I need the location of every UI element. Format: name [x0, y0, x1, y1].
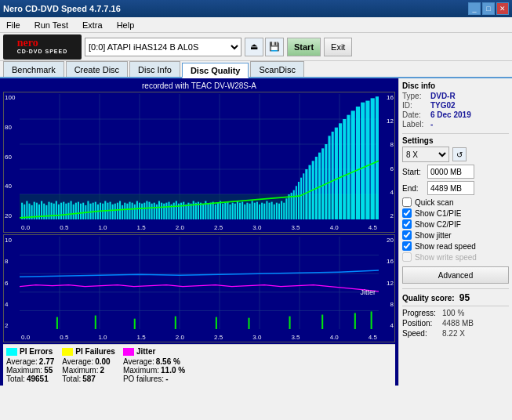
- po-failures-row: PO failures: -: [123, 375, 185, 383]
- drive-selector[interactable]: [0:0] ATAPI iHAS124 B AL0S: [85, 38, 241, 56]
- tab-discinfo[interactable]: Disc Info: [129, 61, 180, 77]
- svg-rect-35: [75, 203, 77, 219]
- progress-value: 100 %: [442, 309, 464, 317]
- svg-rect-82: [191, 204, 192, 219]
- svg-rect-27: [56, 201, 57, 219]
- showwritespeed-row: Show write speed: [402, 252, 509, 262]
- exit-button[interactable]: Exit: [324, 38, 352, 56]
- menu-runtest[interactable]: Run Test: [31, 19, 71, 31]
- y2-left-8: 8: [5, 258, 12, 265]
- svg-rect-72: [165, 203, 167, 219]
- svg-rect-96: [224, 203, 226, 219]
- y-label-60: 60: [5, 154, 15, 161]
- svg-rect-98: [230, 205, 231, 219]
- svg-rect-141: [347, 115, 350, 219]
- tab-scandisc[interactable]: ScanDisc: [250, 61, 303, 77]
- svg-rect-50: [112, 205, 114, 219]
- chart-area: recorded with TEAC DV-W28S-A 100 80 60 4…: [0, 78, 398, 386]
- svg-rect-128: [303, 173, 304, 219]
- showc1pie-row[interactable]: Show C1/PIE: [402, 208, 509, 218]
- svg-rect-54: [122, 205, 123, 219]
- showc1pie-checkbox[interactable]: [402, 208, 412, 218]
- start-button[interactable]: Start: [287, 38, 321, 56]
- refresh-btn[interactable]: ↺: [452, 147, 467, 161]
- showreadspeed-checkbox[interactable]: [402, 241, 412, 251]
- tab-createdisc[interactable]: Create Disc: [66, 61, 128, 77]
- menu-extra[interactable]: Extra: [79, 19, 106, 31]
- svg-rect-100: [234, 204, 236, 219]
- svg-rect-95: [222, 204, 223, 219]
- svg-rect-56: [126, 204, 128, 219]
- svg-rect-111: [261, 203, 263, 219]
- advanced-button[interactable]: Advanced: [402, 266, 509, 284]
- svg-rect-55: [124, 203, 125, 219]
- start-input[interactable]: [427, 165, 474, 179]
- tab-benchmark[interactable]: Benchmark: [3, 61, 64, 77]
- title-bar: Nero CD-DVD Speed 4.7.7.16 _ □ ✕: [0, 0, 512, 17]
- y2-right-8: 8: [387, 301, 394, 308]
- showc2pif-row[interactable]: Show C2/PIF: [402, 219, 509, 229]
- type-row: Type: DVD-R: [402, 92, 509, 100]
- showreadspeed-label: Show read speed: [415, 242, 476, 251]
- jitter-max-row: Maximum: 11.0 %: [123, 366, 185, 375]
- svg-rect-94: [220, 201, 221, 219]
- svg-rect-13: [21, 203, 23, 219]
- svg-rect-120: [283, 203, 285, 219]
- jitter-legend-label: Jitter: [136, 347, 155, 356]
- svg-rect-105: [246, 203, 248, 219]
- title-text: Nero CD-DVD Speed 4.7.7.16: [3, 4, 121, 13]
- y-label-100: 100: [5, 94, 15, 101]
- showjitter-row[interactable]: Show jitter: [402, 230, 509, 240]
- eject-btn[interactable]: ⏏: [245, 38, 263, 56]
- svg-rect-126: [298, 182, 300, 219]
- showjitter-checkbox[interactable]: [402, 230, 412, 240]
- y2-left-10: 10: [5, 237, 12, 244]
- svg-rect-76: [176, 201, 177, 219]
- quickscan-row[interactable]: Quick scan: [402, 197, 509, 207]
- start-label: Start:: [402, 168, 424, 176]
- y2-left-2: 2: [5, 322, 12, 329]
- lower-chart: 10 8 6 4 2 20 16 12 8 4: [3, 234, 395, 342]
- svg-rect-134: [321, 148, 324, 219]
- maximize-btn[interactable]: □: [482, 2, 495, 15]
- showc2pif-checkbox[interactable]: [402, 219, 412, 229]
- svg-rect-40: [87, 201, 89, 219]
- menu-file[interactable]: File: [3, 19, 24, 31]
- menu-help[interactable]: Help: [114, 19, 138, 31]
- svg-rect-70: [161, 203, 162, 219]
- speed-value: 8.22 X: [442, 329, 465, 338]
- save-btn[interactable]: 💾: [265, 38, 284, 56]
- svg-rect-78: [180, 203, 182, 219]
- end-input[interactable]: [427, 181, 474, 195]
- showreadspeed-row[interactable]: Show read speed: [402, 241, 509, 251]
- pi-errors-avg-row: Average: 2.77: [6, 357, 54, 366]
- svg-rect-32: [67, 203, 69, 219]
- pi-failures-max-row: Maximum: 2: [62, 366, 115, 375]
- showwritespeed-checkbox: [402, 252, 412, 262]
- svg-rect-117: [276, 203, 278, 219]
- toolbar: nero CD·DVD SPEED [0:0] ATAPI iHAS124 B …: [0, 33, 512, 61]
- svg-rect-138: [335, 128, 338, 219]
- x-axis-lower: 0.0 0.5 1.0 1.5 2.0 2.5 3.0 3.5 4.0 4.5: [21, 334, 377, 341]
- y-label-40: 40: [5, 183, 15, 190]
- svg-rect-146: [371, 98, 375, 219]
- svg-rect-64: [146, 201, 147, 219]
- svg-rect-92: [215, 205, 216, 219]
- svg-rect-73: [168, 202, 169, 219]
- close-btn[interactable]: ✕: [496, 2, 509, 15]
- svg-rect-107: [252, 201, 253, 219]
- y2-right-16: 16: [387, 258, 394, 265]
- speed-select[interactable]: 8 X 4 X 6 X Maximum: [402, 147, 449, 162]
- disc-info-section: Disc info Type: DVD-R ID: TYG02 Date: 6 …: [402, 81, 509, 129]
- y-right-6: 6: [387, 165, 394, 172]
- id-row: ID: TYG02: [402, 101, 509, 110]
- svg-rect-28: [58, 205, 60, 219]
- legend-area: PI Errors Average: 2.77 Maximum: 55 Tota…: [3, 344, 395, 386]
- pi-errors-label: PI Errors: [20, 347, 53, 356]
- quickscan-checkbox[interactable]: [402, 197, 412, 207]
- svg-rect-125: [296, 186, 297, 219]
- tab-discquality[interactable]: Disc Quality: [182, 63, 249, 78]
- svg-rect-87: [202, 205, 204, 219]
- minimize-btn[interactable]: _: [468, 2, 481, 15]
- svg-rect-127: [300, 178, 302, 219]
